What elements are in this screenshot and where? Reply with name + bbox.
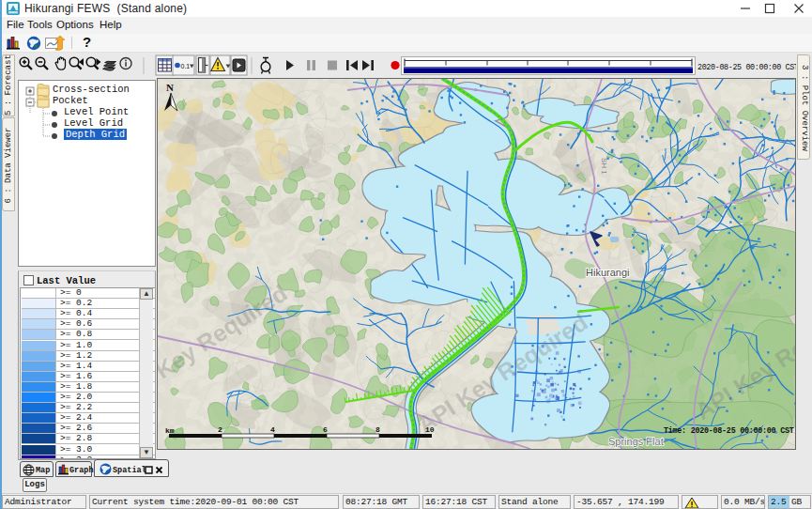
svg-text:8: 8 bbox=[375, 425, 380, 434]
svg-text:2020-08-25 00:00:00 CST: 2020-08-25 00:00:00 CST bbox=[697, 63, 796, 72]
svg-text:Hikurangi: Hikurangi bbox=[586, 267, 629, 278]
svg-text:Springs Flat: Springs Flat bbox=[608, 436, 664, 447]
svg-text:6: 6 bbox=[323, 425, 328, 434]
svg-text:2: 2 bbox=[218, 425, 222, 434]
svg-text:0.1: 0.1 bbox=[181, 63, 191, 69]
svg-text:km: km bbox=[165, 426, 175, 435]
svg-text:10: 10 bbox=[425, 425, 435, 434]
svg-text:4: 4 bbox=[270, 425, 275, 434]
svg-text:N: N bbox=[166, 82, 174, 93]
svg-text:Time: 2020-08-25 00:00:00 CST: Time: 2020-08-25 00:00:00 CST bbox=[664, 426, 794, 436]
svg-text:SH 1: SH 1 bbox=[600, 158, 608, 175]
